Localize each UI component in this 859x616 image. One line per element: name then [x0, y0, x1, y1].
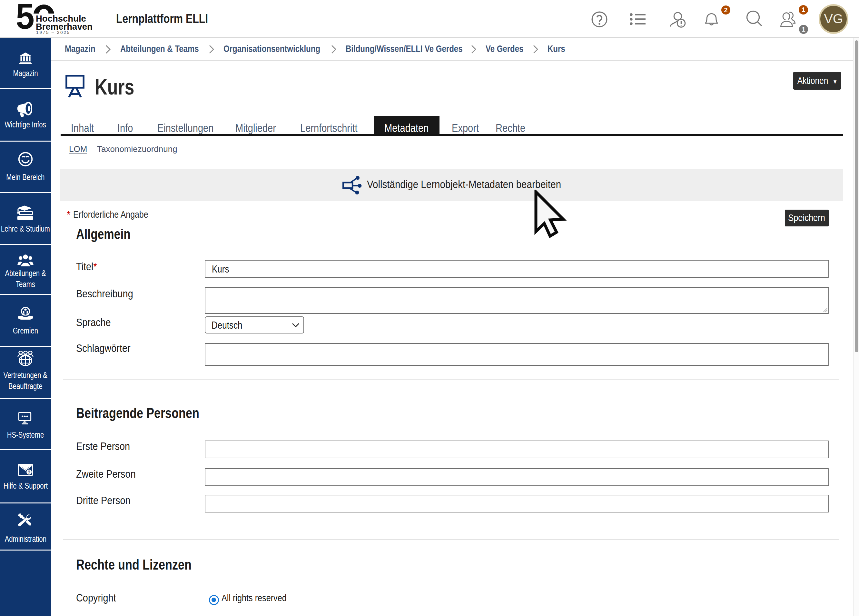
- svg-text:?: ?: [28, 470, 31, 475]
